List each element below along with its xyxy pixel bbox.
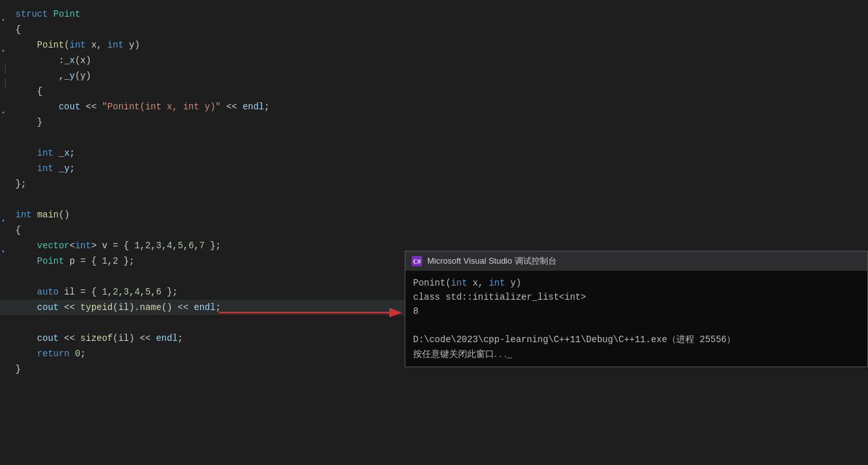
console-title: Microsoft Visual Studio 调试控制台 <box>427 255 557 267</box>
code-line-5: ,_y(y) <box>0 68 868 84</box>
code-line-8: } <box>0 114 868 130</box>
line-content-3: Point(int x, int y) <box>9 37 140 53</box>
line-content-16: vector<int> v = { 1,2,3,4,5,6,7 }; <box>9 238 221 253</box>
code-line-7: cout << "Ponint(int x, int y)" << endl; <box>0 99 868 114</box>
console-line-4 <box>413 318 860 333</box>
console-titlebar: C# Microsoft Visual Studio 调试控制台 <box>405 251 867 271</box>
line-content-21 <box>9 315 21 331</box>
console-line-3: 8 <box>413 304 860 318</box>
console-body: Ponint(int x, int y) class std::initiali… <box>405 271 867 367</box>
line-content-5: ,_y(y) <box>9 68 91 84</box>
console-line-1: Ponint(int x, int y) <box>413 276 860 290</box>
code-line-2: { <box>0 22 868 37</box>
code-line-9 <box>0 130 868 145</box>
line-content-8: } <box>9 114 42 130</box>
console-line-6: 按任意键关闭此窗口. . ._ <box>413 347 860 361</box>
console-line-5: D:\code\2023\cpp-learning\C++11\Debug\C+… <box>413 333 860 347</box>
line-content-23: return 0; <box>9 346 86 361</box>
line-content-20: cout << typeid(il).name() << endl; <box>9 300 221 315</box>
console-window: C# Microsoft Visual Studio 调试控制台 Ponint(… <box>405 251 868 367</box>
line-content-11: int _y; <box>9 161 75 176</box>
line-content-17: Point p = { 1,2 }; <box>9 253 134 269</box>
code-line-15: { <box>0 223 868 238</box>
line-content-22: cout << sizeof(il) << endl; <box>9 331 183 346</box>
line-content-1: struct Point <box>9 6 80 22</box>
code-line-12: }; <box>0 176 868 192</box>
line-content-24: } <box>9 361 21 377</box>
code-line-6: { <box>0 84 868 99</box>
line-content-6: { <box>9 84 42 99</box>
line-content-10: int _x; <box>9 145 75 161</box>
line-content-7: cout << "Ponint(int x, int y)" << endl; <box>9 99 270 114</box>
code-line-4: :_x(x) <box>0 53 868 68</box>
line-content-13 <box>9 192 21 207</box>
line-content-19: auto il = { 1,2,3,4,5,6 }; <box>9 284 178 300</box>
console-line-2: class std::initializer_list<int> <box>413 290 860 304</box>
code-editor: struct Point { Point(int x, int y) :_x(x… <box>0 0 868 465</box>
line-content-12: }; <box>9 176 26 192</box>
line-content-15: { <box>9 223 21 238</box>
code-line-14: int main() <box>0 207 868 223</box>
code-line-3: Point(int x, int y) <box>0 37 868 53</box>
line-content-9 <box>9 130 21 145</box>
code-line-10: int _x; <box>0 145 868 161</box>
code-line-11: int _y; <box>0 161 868 176</box>
code-line-13 <box>0 192 868 207</box>
line-content-14: int main() <box>9 207 69 223</box>
vs-icon: C# <box>412 256 422 266</box>
line-content-2: { <box>9 22 21 37</box>
code-line-1: struct Point <box>0 6 868 22</box>
line-content-18 <box>9 269 21 284</box>
line-content-4: :_x(x) <box>9 53 91 68</box>
